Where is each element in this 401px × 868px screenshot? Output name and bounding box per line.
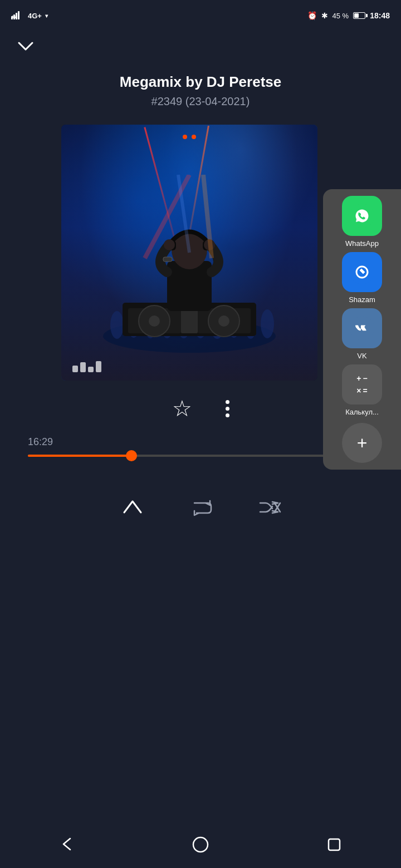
playback-controls <box>0 496 401 523</box>
svg-rect-3 <box>18 11 19 19</box>
dot-1 <box>226 400 229 404</box>
svg-point-28 <box>164 239 175 250</box>
share-app-whatsapp: WhatsApp <box>329 196 395 248</box>
share-app-vk: VK <box>329 308 395 360</box>
status-right: ⏰ ✱ 45 % 18:48 <box>307 11 390 20</box>
share-add-button[interactable]: + <box>342 423 382 463</box>
nav-home-button[interactable] <box>192 836 209 856</box>
progress-fill <box>28 455 131 457</box>
time-display: 18:48 <box>370 11 390 20</box>
repeat-button[interactable] <box>191 499 213 520</box>
svg-rect-30 <box>163 257 172 262</box>
battery-icon <box>353 12 365 19</box>
vk-label: VK <box>357 352 366 360</box>
svg-rect-23 <box>181 308 198 333</box>
calc-grid: +− ×= <box>356 373 367 395</box>
bars-overlay <box>72 361 101 372</box>
album-art <box>61 125 317 381</box>
dot-2 <box>226 407 229 411</box>
svg-text:4G+: 4G+ <box>11 15 17 19</box>
collapse-button[interactable] <box>17 39 35 57</box>
calculator-label: Калькул... <box>345 408 379 416</box>
svg-rect-40 <box>329 839 340 850</box>
track-subtitle: #2349 (23-04-2021) <box>0 95 401 108</box>
dj-silhouette <box>100 175 278 353</box>
dropdown-icon: ▾ <box>45 13 48 19</box>
svg-point-39 <box>193 837 208 852</box>
play-up-button[interactable] <box>119 496 146 523</box>
nav-recents-button[interactable] <box>325 836 343 856</box>
more-options-button[interactable] <box>226 400 229 417</box>
share-app-calculator: +− ×= Калькул... <box>329 364 395 416</box>
nav-back-button[interactable] <box>58 835 76 857</box>
nav-bar <box>0 823 401 868</box>
whatsapp-label: WhatsApp <box>345 239 379 248</box>
orange-dots <box>183 135 196 139</box>
favorite-button[interactable]: ☆ <box>172 397 192 420</box>
track-info: Megamix by DJ Peretse #2349 (23-04-2021) <box>0 29 401 119</box>
alarm-icon: ⏰ <box>307 11 317 20</box>
svg-point-20 <box>149 315 160 327</box>
whatsapp-button[interactable] <box>342 196 382 236</box>
svg-point-6 <box>110 311 124 339</box>
svg-point-22 <box>218 315 229 327</box>
share-panel: WhatsApp Shazam VK +− × <box>323 189 401 470</box>
track-title: Megamix by DJ Peretse <box>0 73 401 91</box>
dot-3 <box>226 413 229 417</box>
battery-percent: 45 % <box>332 12 349 20</box>
signal-icon: 4G+ <box>11 11 22 21</box>
vk-button[interactable] <box>342 308 382 348</box>
status-bar: 4G+ 4G+ ▾ ⏰ ✱ 45 % 18:48 <box>0 0 401 29</box>
share-app-shazam: Shazam <box>329 252 395 304</box>
status-left: 4G+ 4G+ ▾ <box>11 11 48 21</box>
shazam-button[interactable] <box>342 252 382 292</box>
svg-point-15 <box>261 309 274 338</box>
progress-bar[interactable] <box>28 455 373 457</box>
shuffle-button[interactable] <box>258 499 282 520</box>
network-label: 4G+ <box>28 12 42 20</box>
progress-thumb[interactable] <box>126 450 137 461</box>
calculator-button[interactable]: +− ×= <box>342 364 382 405</box>
bluetooth-icon: ✱ <box>321 11 328 20</box>
shazam-label: Shazam <box>349 295 375 304</box>
current-time: 16:29 <box>28 436 373 448</box>
